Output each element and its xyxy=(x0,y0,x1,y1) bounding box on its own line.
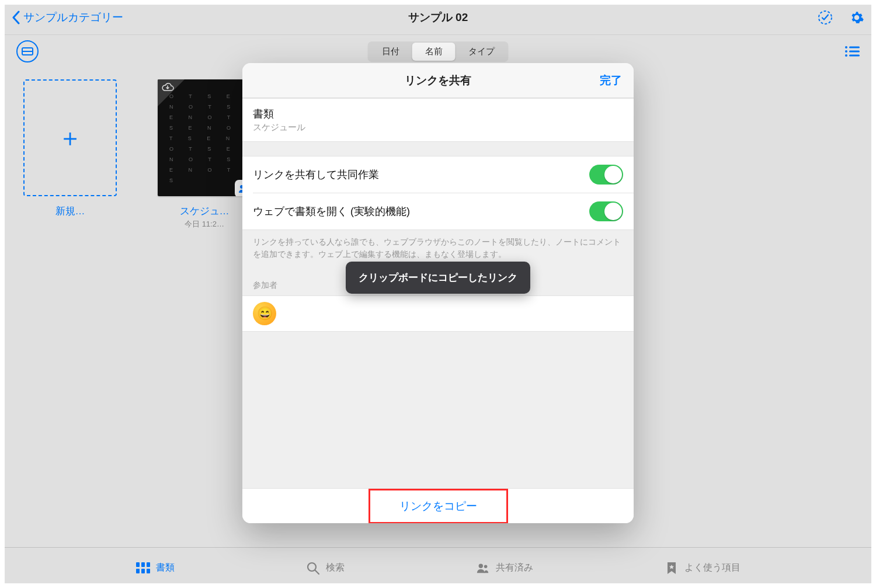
document-info-row: 書類 スケジュール xyxy=(242,99,634,141)
tutorial-highlight: リンクをコピー xyxy=(369,489,508,524)
seg-type[interactable]: タイプ xyxy=(456,43,507,61)
page-title: サンプル 02 xyxy=(408,10,468,25)
people-icon xyxy=(476,561,490,575)
modal-header: リンクを共有 完了 xyxy=(242,63,634,98)
toggles-section: リンクを共有して共同作業 ウェブで書類を開く (実験的機能) xyxy=(242,156,634,230)
svg-point-3 xyxy=(845,46,847,48)
sort-segmented-control: 日付 名前 タイプ xyxy=(368,41,509,62)
toggle-label: リンクを共有して共同作業 xyxy=(253,168,379,182)
document-tile[interactable]: O T S E N O T S E N O T S E N O T S E N … xyxy=(158,79,251,229)
chevron-left-icon xyxy=(12,11,20,25)
scan-icon xyxy=(22,47,33,55)
tab-favorites[interactable]: よく使う項目 xyxy=(665,561,741,575)
star-bookmark-icon xyxy=(665,561,679,575)
tab-label: 書類 xyxy=(156,562,175,574)
back-button[interactable]: サンプルカテゴリー xyxy=(12,10,123,25)
svg-rect-12 xyxy=(141,562,145,567)
svg-rect-6 xyxy=(849,51,860,53)
gear-icon xyxy=(849,10,864,25)
document-info-section: 書類 スケジュール xyxy=(242,98,634,142)
toggle-row-share: リンクを共有して共同作業 xyxy=(242,156,634,193)
plus-icon: ＋ xyxy=(58,121,82,154)
new-document-tile: ＋ 新規… xyxy=(23,79,117,218)
svg-rect-16 xyxy=(147,569,150,573)
new-document-button[interactable]: ＋ xyxy=(23,79,117,196)
svg-point-19 xyxy=(478,563,482,568)
share-collab-toggle[interactable] xyxy=(589,165,623,185)
grid-icon xyxy=(136,561,150,575)
tab-label: 共有済み xyxy=(496,562,533,574)
document-timestamp: 今日 11:2… xyxy=(185,219,224,229)
top-navbar: サンプルカテゴリー サンプル 02 xyxy=(0,0,876,35)
copy-link-button[interactable]: リンクをコピー xyxy=(382,493,495,520)
spacer xyxy=(242,142,634,156)
topbar-actions xyxy=(818,10,864,25)
back-label: サンプルカテゴリー xyxy=(23,10,123,25)
doc-name-label: スケジュール xyxy=(253,122,305,133)
svg-rect-4 xyxy=(849,47,860,48)
modal-footer: リンクをコピー xyxy=(242,488,634,523)
modal-title: リンクを共有 xyxy=(405,73,471,88)
search-icon xyxy=(306,561,320,575)
svg-point-7 xyxy=(845,54,847,57)
tab-shared[interactable]: 共有済み xyxy=(476,561,533,575)
view-mode-button[interactable] xyxy=(844,44,860,59)
participant-avatar[interactable]: 😄 xyxy=(253,302,276,325)
toggle-row-web: ウェブで書類を開く (実験的機能) xyxy=(242,193,634,229)
settings-button[interactable] xyxy=(849,10,864,25)
svg-line-18 xyxy=(315,570,319,574)
select-toggle-button[interactable] xyxy=(818,10,833,25)
open-web-toggle[interactable] xyxy=(589,201,623,221)
toggle-label: ウェブで書類を開く (実験的機能) xyxy=(253,204,410,218)
doc-heading-label: 書類 xyxy=(253,107,274,121)
tab-label: 検索 xyxy=(326,562,345,574)
svg-point-5 xyxy=(845,50,847,53)
bottom-tabbar: 書類 検索 共有済み よく使う項目 xyxy=(0,547,876,588)
document-title: スケジュ… xyxy=(180,204,230,218)
scan-button[interactable] xyxy=(16,40,39,62)
done-button[interactable]: 完了 xyxy=(600,73,622,88)
tab-search[interactable]: 検索 xyxy=(306,561,345,575)
svg-rect-13 xyxy=(147,562,150,567)
seg-name[interactable]: 名前 xyxy=(412,43,456,61)
document-thumbnail: O T S E N O T S E N O T S E N O T S E N … xyxy=(158,79,251,196)
svg-rect-15 xyxy=(141,569,145,573)
svg-rect-14 xyxy=(136,569,140,573)
clipboard-toast: クリップボードにコピーしたリンク xyxy=(346,262,530,294)
svg-point-20 xyxy=(484,565,487,568)
new-document-label: 新規… xyxy=(55,204,85,218)
check-circle-dashed-icon xyxy=(818,10,833,25)
participants-section: 😄 xyxy=(242,295,634,332)
modal-body-spacer xyxy=(242,332,634,488)
cloud-download-icon xyxy=(161,83,174,95)
list-icon xyxy=(844,46,860,57)
share-link-modal: リンクを共有 完了 書類 スケジュール リンクを共有して共同作業 ウェブで書類を… xyxy=(242,63,634,523)
svg-rect-11 xyxy=(136,562,140,567)
app-root: サンプルカテゴリー サンプル 02 日付 名前 タイプ xyxy=(0,0,876,588)
seg-date[interactable]: 日付 xyxy=(369,43,412,61)
tab-label: よく使う項目 xyxy=(684,562,741,574)
tab-documents[interactable]: 書類 xyxy=(136,561,175,575)
svg-rect-8 xyxy=(849,55,860,57)
